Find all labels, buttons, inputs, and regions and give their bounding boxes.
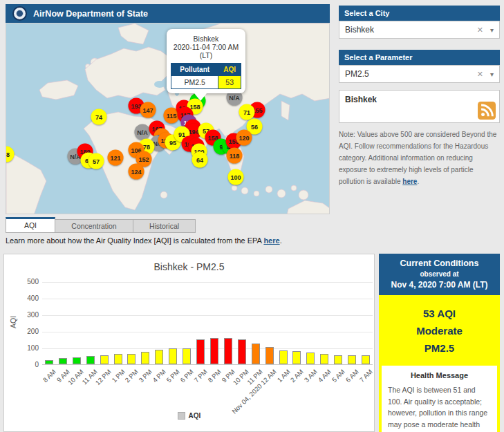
select-parameter-header: Select a Parameter bbox=[339, 50, 500, 65]
learn-more-here-link[interactable]: here bbox=[263, 236, 279, 245]
parameter-select-value: PM2.5 bbox=[345, 69, 477, 79]
y-tick-label: 400 bbox=[27, 294, 39, 302]
current-aqi-value: 53 AQI bbox=[379, 306, 500, 323]
feed-box: Bishkek bbox=[339, 90, 500, 123]
bar-11 PM[interactable] bbox=[252, 344, 260, 364]
bar-11 AM[interactable] bbox=[86, 356, 95, 364]
map-marker[interactable]: 74 bbox=[91, 109, 107, 125]
bar-4 PM[interactable] bbox=[155, 350, 163, 364]
current-aqi-category: Moderate bbox=[379, 323, 500, 340]
current-pollutant: PM2.5 bbox=[379, 340, 500, 357]
current-conditions-title: Current Conditions bbox=[382, 259, 497, 268]
popup-pollutant-value: PM2.5 bbox=[171, 76, 218, 89]
map-marker[interactable]: 64 bbox=[192, 152, 208, 168]
bar-2 AM[interactable] bbox=[292, 351, 301, 364]
clear-icon[interactable]: ✕ bbox=[477, 70, 483, 79]
map-marker[interactable]: 71 bbox=[239, 104, 255, 120]
bar-Nov 04, 2020 12 AM[interactable] bbox=[265, 347, 274, 364]
y-tick-label: 500 bbox=[27, 278, 39, 285]
bar-12 PM[interactable] bbox=[100, 355, 109, 364]
popup-tail bbox=[194, 93, 207, 101]
y-tick-label: 200 bbox=[27, 328, 39, 335]
bar-10 AM[interactable] bbox=[73, 357, 81, 364]
gridline bbox=[42, 315, 373, 316]
bar-1 AM[interactable] bbox=[279, 350, 288, 364]
bar-3 PM[interactable] bbox=[141, 352, 149, 364]
department-of-state-seal-icon bbox=[12, 6, 27, 21]
note-here-link[interactable]: here bbox=[402, 178, 417, 185]
gridline bbox=[42, 299, 373, 299]
popup-aqi-header: AQI bbox=[218, 64, 241, 76]
note-suffix: . bbox=[417, 178, 419, 185]
airnow-page: AirNow Department of State bbox=[0, 0, 504, 432]
bar-1 PM[interactable] bbox=[114, 354, 122, 364]
map[interactable]: 535819314774N/A167150N/A1529578115N/A189… bbox=[6, 23, 330, 214]
health-message-title: Health Message bbox=[388, 371, 491, 379]
parameter-select[interactable]: PM2.5 ✕ ▾ bbox=[339, 65, 500, 83]
y-tick-label: 100 bbox=[27, 344, 39, 352]
tab-aqi[interactable]: AQI bbox=[6, 217, 55, 233]
y-ticks: 0100200300400500 bbox=[14, 282, 39, 365]
y-tick-label: 300 bbox=[27, 311, 39, 319]
map-marker[interactable]: 57 bbox=[88, 153, 104, 169]
map-marker[interactable]: 118 bbox=[227, 148, 243, 164]
bar-4 AM[interactable] bbox=[320, 354, 328, 364]
bar-6 AM[interactable] bbox=[348, 355, 356, 364]
gridline bbox=[42, 348, 373, 349]
chart-legend[interactable]: AQI bbox=[4, 412, 374, 420]
rss-icon[interactable] bbox=[478, 102, 496, 120]
map-popup: Bishkek 2020-11-04 7:00 AM (LT) Pollutan… bbox=[167, 29, 245, 93]
map-marker[interactable]: 100 bbox=[228, 169, 244, 185]
bar-7 PM[interactable] bbox=[196, 339, 205, 364]
current-conditions-header: Current Conditions observed at Nov 4, 20… bbox=[379, 254, 500, 295]
bar-8 PM[interactable] bbox=[210, 338, 218, 364]
app-header: AirNow Department of State bbox=[6, 4, 330, 23]
learn-more-suffix: . bbox=[280, 236, 282, 245]
map-marker[interactable]: 124 bbox=[129, 164, 144, 180]
learn-more-body: Learn more about how the Air Quality Ind… bbox=[6, 236, 263, 245]
app-title: AirNow Department of State bbox=[33, 9, 148, 19]
feed-city-label: Bishkek bbox=[345, 95, 377, 104]
bar-8 AM[interactable] bbox=[45, 360, 53, 364]
bar-2 PM[interactable] bbox=[127, 354, 136, 364]
bar-10 PM[interactable] bbox=[238, 339, 246, 364]
health-message-text: The AQI is between 51 and 100. Air quali… bbox=[388, 384, 491, 432]
select-city-header: Select a City bbox=[339, 6, 500, 21]
popup-city: Bishkek bbox=[171, 35, 241, 43]
bar-5 PM[interactable] bbox=[169, 348, 177, 364]
gridline bbox=[42, 282, 373, 283]
current-aqi-block: 53 AQI Moderate PM2.5 bbox=[379, 295, 500, 366]
bar-9 AM[interactable] bbox=[59, 358, 67, 364]
observed-at-label: observed at bbox=[382, 270, 497, 278]
clear-icon[interactable]: ✕ bbox=[477, 26, 483, 35]
learn-more-text: Learn more about how the Air Quality Ind… bbox=[6, 236, 282, 245]
plot-area bbox=[42, 282, 373, 365]
map-marker[interactable]: N/A bbox=[135, 124, 151, 140]
bar-5 AM[interactable] bbox=[334, 355, 342, 364]
map-marker[interactable]: 120 bbox=[236, 130, 252, 146]
bar-7 AM[interactable] bbox=[362, 355, 370, 364]
tab-concentration[interactable]: Concentration bbox=[55, 219, 133, 233]
chevron-down-icon[interactable]: ▾ bbox=[490, 71, 494, 78]
bar-9 PM[interactable] bbox=[224, 338, 232, 364]
x-labels: 8 AM9 AM10 AM11 AM12 PM1 PM2 PM3 PM4 PM5… bbox=[4, 368, 375, 416]
aqi-chart: Bishkek - PM2.5 AQI 0100200300400500 8 A… bbox=[3, 254, 375, 432]
popup-aqi-value: 53 bbox=[218, 76, 241, 89]
legend-label: AQI bbox=[189, 412, 201, 420]
bar-3 AM[interactable] bbox=[306, 353, 315, 364]
chart-title: Bishkek - PM2.5 bbox=[4, 261, 374, 272]
tab-historical[interactable]: Historical bbox=[133, 219, 196, 233]
city-select-value: Bishkek bbox=[345, 25, 477, 35]
health-message-box: Health Message The AQI is between 51 and… bbox=[382, 366, 497, 432]
tab-bar: AQI Concentration Historical bbox=[6, 217, 196, 233]
city-select[interactable]: Bishkek ✕ ▾ bbox=[339, 21, 500, 39]
note-text: Note: Values above 500 are considered Be… bbox=[339, 129, 500, 187]
popup-pollutant-header: Pollutant bbox=[171, 64, 218, 76]
chevron-down-icon[interactable]: ▾ bbox=[490, 26, 494, 34]
map-marker[interactable]: 147 bbox=[140, 102, 156, 118]
gridline bbox=[42, 332, 373, 332]
legend-swatch bbox=[178, 412, 185, 420]
map-marker[interactable]: 121 bbox=[108, 150, 124, 166]
current-conditions-panel: Current Conditions observed at Nov 4, 20… bbox=[379, 254, 500, 432]
bar-6 PM[interactable] bbox=[183, 348, 191, 364]
